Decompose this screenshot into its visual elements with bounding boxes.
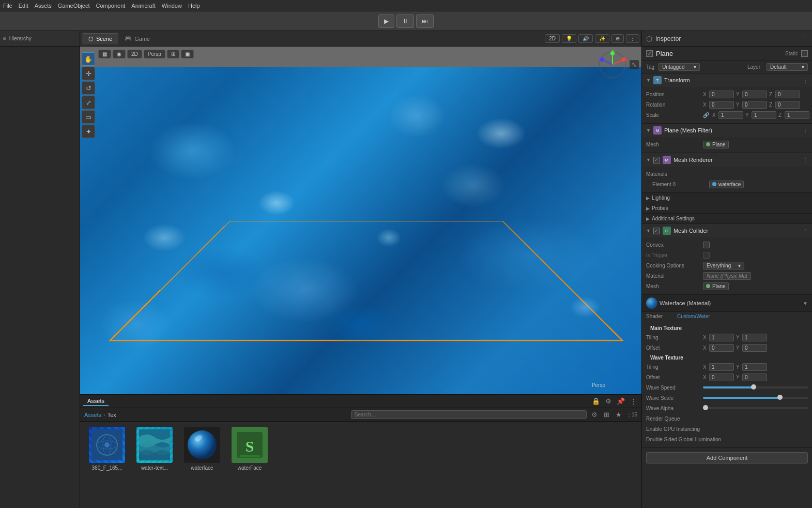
menu-animcraft[interactable]: Animcraft	[131, 3, 155, 9]
tag-value: Untagged	[662, 64, 684, 70]
lock-icon[interactable]: 🔒	[590, 396, 602, 406]
scale-z-input[interactable]	[785, 111, 809, 119]
overflow-icon[interactable]: ⋮	[629, 396, 638, 406]
move-tool[interactable]: ✛	[82, 67, 95, 80]
menu-window[interactable]: Window	[162, 3, 182, 9]
hand-tool[interactable]: ✋	[82, 52, 95, 66]
menu-gameobject[interactable]: GameObject	[58, 3, 90, 9]
mesh-collider-header[interactable]: ▼ ✓ C Mesh Collider ⋮	[642, 224, 812, 237]
lighting-toggle[interactable]: 💡	[562, 34, 576, 43]
mesh-filter-mesh-value[interactable]: Plane	[703, 141, 729, 148]
filter-icon[interactable]: ⊞	[602, 410, 611, 420]
persp-mode[interactable]: Persp	[144, 50, 165, 58]
play-button[interactable]: ▶	[378, 14, 394, 28]
settings-icon[interactable]: ⚙	[604, 396, 613, 406]
static-checkbox[interactable]	[801, 50, 808, 57]
collider-material-value[interactable]: None (Physic Mat	[703, 272, 751, 280]
wave-scale-slider[interactable]	[703, 397, 808, 399]
additional-settings-header[interactable]: ▶ Additional Settings	[642, 214, 812, 223]
asset-item-water-texture[interactable]: water-text...	[134, 427, 175, 503]
gizmos-toggle[interactable]: ⊕	[611, 34, 624, 43]
asset-search-input[interactable]	[351, 410, 587, 419]
main-tiling-x-input[interactable]	[709, 334, 734, 341]
element-0-value[interactable]: waterface	[709, 181, 744, 188]
wave-alpha-handle[interactable]	[703, 405, 708, 410]
asset-item-waterface[interactable]: waterface	[181, 427, 223, 503]
rotation-z-input[interactable]	[775, 101, 800, 109]
transform-tool[interactable]: ✦	[82, 125, 95, 138]
2d-mode[interactable]: 2D	[127, 50, 142, 58]
grid-toggle[interactable]: ⊞	[167, 50, 179, 58]
mesh-filter-menu[interactable]: ⋮	[803, 128, 808, 133]
scene-tab-label: Scene	[96, 36, 112, 42]
fx-toggle[interactable]: ✨	[595, 34, 609, 43]
asset-item-360[interactable]: 360_F_165...	[86, 427, 128, 503]
position-y-input[interactable]	[742, 91, 767, 98]
transform-menu-icon[interactable]: ⋮	[803, 78, 808, 83]
viewport-menu[interactable]: ⋮	[626, 34, 639, 43]
wave-offset-row: Offset X Y	[646, 372, 808, 382]
breadcrumb-root[interactable]: Assets	[84, 412, 101, 418]
mesh-renderer-header[interactable]: ▼ ✓ M Mesh Renderer ⋮	[642, 153, 812, 167]
menu-assets[interactable]: Assets	[35, 3, 52, 9]
asset-item-waterFace-script[interactable]: S waterFace	[229, 427, 270, 503]
wireframe-toggle[interactable]: ▣	[181, 50, 194, 58]
tab-game[interactable]: 🎮 Game	[118, 33, 156, 44]
position-x-input[interactable]	[709, 91, 734, 98]
rotation-fields: X Y Z	[703, 101, 800, 109]
menu-edit[interactable]: Edit	[19, 3, 28, 9]
mesh-filter-header[interactable]: ▼ M Plane (Mesh Filter) ⋮	[642, 124, 812, 137]
scale-y-input[interactable]	[752, 111, 776, 119]
position-z-input[interactable]	[775, 91, 800, 98]
mesh-renderer-menu[interactable]: ⋮	[803, 157, 808, 163]
wave-scale-handle[interactable]	[777, 395, 783, 400]
2d-toggle[interactable]: 2D	[545, 34, 560, 43]
rotate-tool[interactable]: ↺	[82, 81, 95, 95]
wave-offset-y-input[interactable]	[742, 373, 767, 381]
inspector-menu-icon[interactable]: ⋮	[802, 35, 808, 42]
tag-dropdown[interactable]: Untagged ▾	[658, 63, 700, 71]
cooking-options-dropdown[interactable]: Everything ▾	[703, 262, 744, 270]
probes-header[interactable]: ▶ Probes	[642, 203, 812, 213]
audio-toggle[interactable]: 🔊	[578, 34, 593, 43]
mesh-renderer-enable-checkbox[interactable]: ✓	[653, 157, 660, 163]
main-offset-y-input[interactable]	[742, 344, 767, 352]
shading-mode[interactable]: ▦	[98, 50, 111, 58]
tab-scene[interactable]: ⬡ Scene	[82, 33, 118, 44]
object-active-checkbox[interactable]: ✓	[646, 50, 653, 57]
mesh-collider-enable-checkbox[interactable]: ✓	[653, 228, 660, 234]
material-expand-icon[interactable]: ▼	[803, 301, 808, 306]
scale-x-input[interactable]	[718, 111, 743, 119]
search-settings-icon[interactable]: ⚙	[590, 410, 599, 420]
transform-header[interactable]: ▼ T Transform ⋮	[642, 73, 812, 87]
main-offset-x-input[interactable]	[709, 344, 734, 352]
fullscreen-icon[interactable]: ⤡	[630, 60, 639, 69]
rotation-x-input[interactable]	[709, 101, 734, 109]
menu-file[interactable]: File	[3, 3, 12, 9]
wave-speed-handle[interactable]	[751, 384, 756, 390]
star-icon[interactable]: ★	[614, 410, 623, 420]
wave-offset-x-input[interactable]	[709, 373, 734, 381]
lighting-header[interactable]: ▶ Lighting	[642, 193, 812, 203]
collider-mesh-value[interactable]: Plane	[703, 282, 729, 290]
wave-tiling-y-input[interactable]	[742, 363, 767, 371]
step-button[interactable]: ⏭	[416, 14, 434, 28]
rect-tool[interactable]: ▭	[82, 110, 95, 124]
main-tiling-y-input[interactable]	[742, 334, 767, 341]
scale-tool[interactable]: ⤢	[82, 96, 95, 109]
menu-help[interactable]: Help	[188, 3, 200, 9]
render-mode[interactable]: ◉	[113, 50, 126, 58]
tab-assets[interactable]: Assets	[83, 397, 109, 406]
wave-alpha-slider[interactable]	[703, 407, 808, 409]
pin-icon[interactable]: 📌	[615, 396, 626, 406]
convex-checkbox[interactable]	[703, 242, 710, 248]
shader-value[interactable]: Custom/Water	[677, 313, 710, 319]
pause-button[interactable]: ⏸	[396, 14, 414, 28]
wave-tiling-x-input[interactable]	[709, 363, 734, 371]
menu-component[interactable]: Component	[96, 3, 125, 9]
rotation-y-input[interactable]	[742, 101, 767, 109]
wave-speed-slider[interactable]	[703, 386, 808, 389]
layer-dropdown[interactable]: Default ▾	[767, 63, 808, 71]
mesh-collider-menu[interactable]: ⋮	[803, 228, 808, 234]
add-component-button[interactable]: Add Component	[646, 452, 808, 464]
